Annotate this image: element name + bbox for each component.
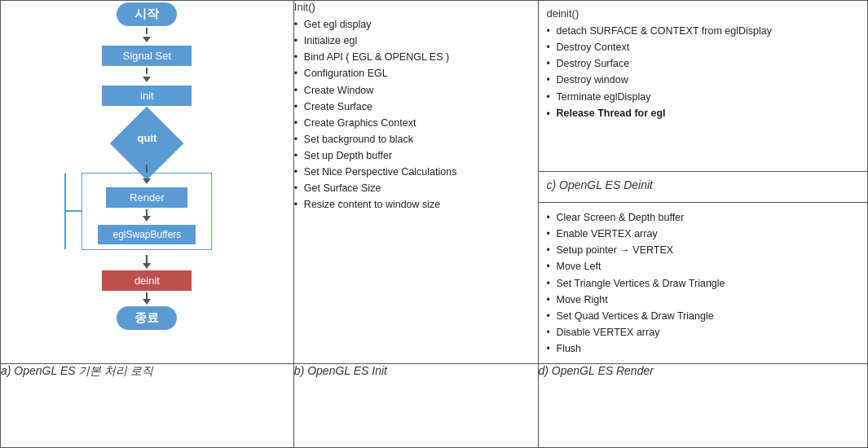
swap-shape: eglSwapBuffers (98, 225, 196, 244)
flowchart: 시작 Signal Set init (1, 1, 293, 363)
render-item-5: Move Right (547, 292, 860, 308)
init-title: Init() (294, 1, 538, 13)
main-table: 시작 Signal Set init (0, 0, 868, 448)
end-shape: 종료 (117, 306, 177, 330)
deinit-shape: deinit (102, 270, 192, 291)
signal-set-shape: Signal Set (102, 46, 192, 66)
deinit-item-1: Destroy Context (547, 39, 860, 55)
arrow-1 (143, 34, 151, 44)
c-label: c) OpenGL ES Deinit (539, 172, 868, 203)
start-shape: 시작 (117, 2, 177, 26)
deinit-item-2: Destroy Surface (547, 55, 860, 72)
deinit-title: deinit() (547, 7, 860, 20)
init-item-5: Create Surface (294, 99, 538, 115)
init-list: Get egl display Initialize egl Bind API … (294, 16, 538, 213)
render-item-6: Set Quad Vertices & Draw Triangle (547, 308, 860, 324)
flowchart-cell: 시작 Signal Set init (1, 1, 294, 364)
loop-left-line (64, 173, 66, 249)
arrow-end (143, 299, 151, 305)
render-item-2: Setup pointer → VERTEX (547, 242, 860, 258)
render-item-1: Enable VERTEX array (547, 226, 860, 242)
v-line-quit (146, 165, 148, 173)
render-content: Clear Screen & Depth buffer Enable VERTE… (539, 203, 868, 363)
v-line-deinit-pre (146, 255, 148, 263)
label-d-text: d) OpenGL ES Render (539, 364, 654, 377)
label-b-text: b) OpenGL ES Init (294, 364, 387, 377)
render-item-3: Move Left (547, 258, 860, 275)
render-item-7: Disable VERTEX array (547, 324, 860, 340)
init-item-2: Bind API ( EGL & OPENGL ES ) (294, 49, 538, 65)
loop-box: Render eglSwapBuffers (82, 173, 212, 250)
label-b: b) OpenGL ES Init (293, 364, 538, 448)
loop-bottom-horiz (64, 210, 82, 212)
deinit-item-5: Release Thread for egl (547, 105, 860, 121)
v-line-end (146, 292, 148, 299)
deinit-render-cell: deinit() detach SURFACE & CONTEXT from e… (538, 1, 868, 364)
arrow-into-render (143, 178, 151, 184)
render-item-8: Flush (547, 340, 860, 357)
init-item-1: Initialize egl (294, 33, 538, 49)
arrow-deinit (143, 263, 151, 269)
arrow-line-1 (146, 28, 148, 34)
arrow-into-swap (143, 216, 151, 222)
init-shape: init (102, 86, 192, 106)
arrow-line-2 (146, 68, 148, 74)
init-item-8: Set up Depth buffer (294, 147, 538, 164)
init-item-0: Get egl display (294, 16, 538, 33)
label-a: a) OpenGL ES 기본 처리 로직 (1, 364, 294, 448)
label-a-text: a) OpenGL ES 기본 처리 로직 (1, 364, 153, 377)
label-d: d) OpenGL ES Render (538, 364, 868, 448)
init-item-7: Set background to black (294, 131, 538, 147)
init-item-4: Create Window (294, 82, 538, 99)
deinit-content: deinit() detach SURFACE & CONTEXT from e… (539, 1, 868, 172)
render-item-4: Set Triangle Vertices & Draw Triangle (547, 275, 860, 292)
init-item-11: Resize content to window size (294, 196, 538, 213)
init-item-9: Set Nice Perspective Calculations (294, 164, 538, 180)
init-item-3: Configuration EGL (294, 65, 538, 81)
init-item-6: Create Graphics Context (294, 115, 538, 131)
render-item-0: Clear Screen & Depth buffer (547, 209, 860, 226)
v-line-render (146, 209, 148, 216)
arrow-2 (143, 74, 151, 84)
render-shape: Render (106, 187, 187, 208)
init-item-10: Get Surface Size (294, 180, 538, 196)
quit-label: quit (110, 132, 183, 144)
deinit-item-3: Destroy window (547, 72, 860, 88)
init-cell: Init() Get egl display Initialize egl Bi… (293, 1, 538, 364)
deinit-item-0: detach SURFACE & CONTEXT from eglDisplay (547, 23, 860, 39)
deinit-item-4: Terminate eglDisplay (547, 89, 860, 105)
render-list: Clear Screen & Depth buffer Enable VERTE… (547, 209, 860, 357)
deinit-list: detach SURFACE & CONTEXT from eglDisplay… (547, 23, 860, 121)
